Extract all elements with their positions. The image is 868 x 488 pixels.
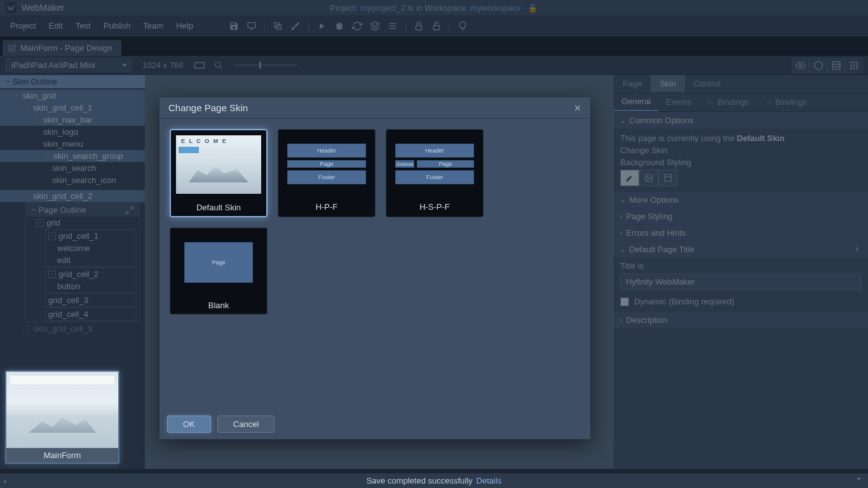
unlock-icon[interactable]: 🔓 — [528, 4, 538, 13]
outline-header[interactable]: −Skin Outline — [0, 75, 145, 88]
tree-grid-cell-4[interactable]: grid_cell_4 — [46, 308, 136, 320]
workspace-name: myworkspace — [470, 3, 520, 13]
lock-icon[interactable] — [410, 17, 428, 35]
subtab-bindings-out[interactable]: →Bindings — [757, 93, 815, 111]
page-outline-label: Page Outline — [39, 205, 86, 215]
grid-icon[interactable] — [845, 58, 863, 73]
tree-skin-grid[interactable]: −skin_grid — [0, 90, 145, 102]
menu-test[interactable]: Test — [69, 17, 97, 34]
rotate-icon[interactable] — [192, 59, 207, 72]
document-tab-bar: MainForm - Page Design — [0, 37, 868, 56]
tree-grid[interactable]: −grid — [26, 217, 139, 229]
save-icon[interactable] — [225, 17, 243, 35]
device-toolbar: iPad/iPad Air/iPad Mini 1024 x 768 — [0, 56, 868, 75]
svg-rect-19 — [850, 67, 852, 69]
brush-icon[interactable] — [287, 17, 304, 35]
section-description[interactable]: ›Description — [614, 311, 868, 328]
svg-rect-17 — [853, 64, 855, 66]
subtab-bindings-in[interactable]: ←Bindings — [699, 93, 757, 111]
unlock-icon[interactable] — [428, 17, 445, 35]
tab-page[interactable]: Page — [614, 75, 651, 92]
play-icon[interactable] — [313, 17, 330, 35]
skin-card-hspf[interactable]: HeaderSidebarPageFooter H-S-P-F — [386, 129, 484, 217]
dialog-close-icon[interactable]: ✕ — [574, 103, 581, 113]
ok-button[interactable]: OK — [167, 416, 211, 433]
status-collapse-left-icon[interactable]: › — [4, 477, 6, 485]
section-errors-hints[interactable]: ›Errors and Hints — [614, 224, 868, 241]
page-thumbnail[interactable]: MainForm — [5, 370, 119, 464]
section-default-page-title[interactable]: ⌄Default Page Titlei — [614, 241, 868, 257]
copy-icon[interactable] — [269, 17, 287, 35]
tree-grid-cell-1[interactable]: −grid_cell_1 — [46, 230, 136, 242]
section-page-styling[interactable]: ›Page Styling — [614, 208, 868, 224]
project-name: myproject_2 — [360, 3, 405, 13]
tree-skin-search[interactable]: skin_search — [0, 162, 145, 174]
panel-tabs-level2: General Events ←Bindings →Bindings — [614, 93, 868, 112]
box-icon[interactable] — [810, 58, 827, 73]
chevron-right-icon: › — [620, 213, 622, 220]
background-styling-label: Background Styling — [620, 158, 862, 167]
change-skin-link[interactable]: Change Skin — [620, 146, 862, 155]
grid-select-icon[interactable] — [827, 58, 845, 73]
skin-card-default[interactable]: Default Skin — [170, 129, 268, 217]
menu-edit[interactable]: Edit — [42, 17, 69, 34]
dynamic-checkbox-row[interactable]: Dynamic (Binding required) — [614, 294, 868, 311]
tab-skin[interactable]: Skin — [651, 75, 684, 92]
tree-skin-search-group[interactable]: −skin_search_group — [0, 150, 145, 162]
dynamic-checkbox[interactable] — [620, 297, 629, 306]
tree-skin-grid-cell-1[interactable]: −skin_grid_cell_1 — [0, 102, 145, 114]
menu-help[interactable]: Help — [170, 17, 200, 34]
tree-skin-grid-cell-3[interactable]: −skin_grid_cell_3 — [0, 323, 145, 335]
tree-skin-menu[interactable]: skin_menu — [0, 138, 145, 150]
tree-skin-logo[interactable]: skin_logo — [0, 126, 145, 138]
layers-icon[interactable] — [366, 17, 384, 35]
bg-layout-icon[interactable] — [658, 170, 677, 186]
list-icon[interactable] — [384, 17, 402, 35]
subtab-general[interactable]: General — [614, 93, 658, 111]
dialog-footer: OK Cancel — [159, 409, 590, 439]
menu-project[interactable]: Project — [4, 17, 42, 34]
status-expand-icon[interactable]: ⌃ — [856, 477, 862, 485]
refresh-icon[interactable] — [348, 17, 366, 35]
subtab-events[interactable]: Events — [658, 93, 699, 111]
arrow-right-icon: → — [764, 97, 773, 107]
tab-control[interactable]: Control — [685, 75, 729, 92]
section-more-options[interactable]: ⌄More Options — [614, 191, 868, 208]
tree-skin-grid-cell-2[interactable]: −skin_grid_cell_2 — [0, 190, 145, 202]
status-details-link[interactable]: Details — [477, 476, 502, 485]
panel-tabs-level1: Page Skin Control — [614, 75, 868, 93]
tree-skin-nav-bar[interactable]: −skin_nav_bar — [0, 114, 145, 126]
tree-grid-cell-2[interactable]: −grid_cell_2 — [46, 268, 136, 280]
skin-card-blank[interactable]: Page Blank — [170, 227, 268, 315]
desktop-icon[interactable] — [243, 17, 261, 35]
skin-label: H-P-F — [278, 198, 375, 215]
svg-rect-24 — [665, 175, 672, 182]
page-title-input[interactable] — [620, 273, 862, 290]
bulb-icon[interactable] — [454, 17, 471, 35]
tree-button[interactable]: button — [46, 280, 136, 292]
tree-edit[interactable]: edit — [46, 254, 136, 266]
tree-welcome[interactable]: welcome — [46, 242, 136, 254]
menu-team[interactable]: Team — [137, 17, 170, 34]
device-select[interactable]: iPad/iPad Air/iPad Mini — [5, 58, 132, 72]
section-common-options[interactable]: ⌄Common Options — [614, 112, 868, 128]
bug-icon[interactable] — [330, 17, 348, 35]
svg-point-11 — [799, 64, 802, 67]
menu-publish[interactable]: Publish — [97, 17, 137, 34]
zoom-icon[interactable] — [211, 59, 226, 72]
cancel-button[interactable]: Cancel — [217, 416, 275, 433]
edit-icon — [8, 44, 17, 53]
svg-line-10 — [220, 66, 222, 69]
bg-pencil-icon[interactable] — [620, 170, 639, 186]
visibility-icon[interactable] — [792, 58, 810, 73]
expand-icon[interactable] — [125, 206, 134, 215]
tree-skin-search-icon[interactable]: skin_search_icon — [0, 174, 145, 186]
info-icon[interactable]: i — [853, 245, 862, 254]
bg-image-icon[interactable] — [639, 170, 658, 186]
zoom-slider[interactable] — [234, 64, 297, 66]
skin-card-hpf[interactable]: HeaderPageFooter H-P-F — [278, 129, 376, 217]
svg-rect-14 — [853, 62, 855, 64]
tree-grid-cell-3[interactable]: grid_cell_3 — [46, 294, 136, 306]
tab-mainform[interactable]: MainForm - Page Design — [3, 40, 121, 56]
page-outline-header[interactable]: −Page Outline — [26, 203, 139, 217]
